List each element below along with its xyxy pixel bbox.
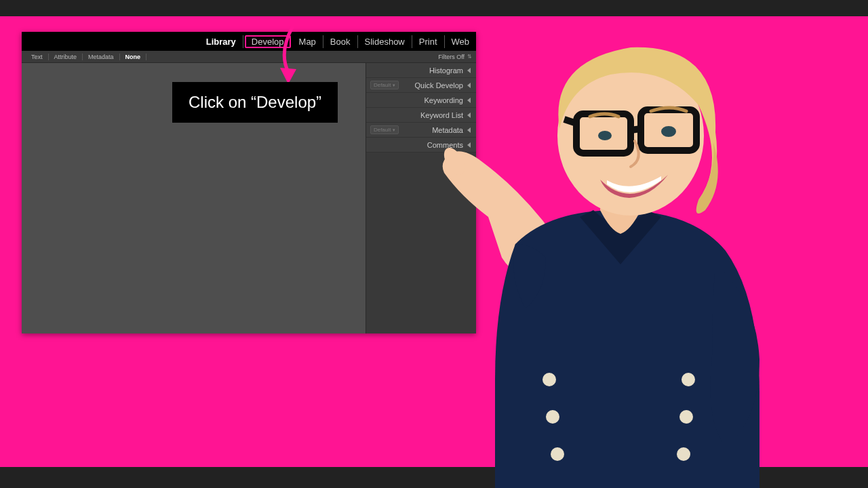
- panel-label: Quick Develop: [414, 81, 463, 89]
- updown-icon: ⇅: [467, 54, 472, 60]
- module-book[interactable]: Book: [323, 35, 358, 48]
- filters-off-label: Filters Off: [438, 54, 465, 60]
- library-filter-bar: Text Attribute Metadata None Filters Off…: [22, 51, 476, 63]
- panel-keyword-list[interactable]: Keyword List: [366, 108, 476, 123]
- filter-text-tab[interactable]: Text: [26, 54, 49, 60]
- panel-histogram[interactable]: Histogram: [366, 63, 476, 78]
- module-print[interactable]: Print: [412, 35, 445, 48]
- right-panel-group: Histogram Default▾ Quick Develop Keyword…: [366, 63, 476, 333]
- panel-label: Keyword List: [420, 111, 463, 119]
- panel-keywording[interactable]: Keywording: [366, 93, 476, 108]
- module-map[interactable]: Map: [292, 35, 323, 48]
- filter-attribute-tab[interactable]: Attribute: [49, 54, 83, 60]
- collapse-caret-icon: [467, 142, 471, 148]
- panel-comments[interactable]: Comments: [366, 138, 476, 152]
- panel-metadata[interactable]: Default▾ Metadata: [366, 123, 476, 138]
- panel-label: Metadata: [432, 126, 463, 134]
- collapse-caret-icon: [467, 113, 471, 118]
- module-picker-bar: Library Develop Map Book Slideshow Print…: [22, 32, 476, 51]
- saved-preset-dropdown[interactable]: Default▾: [370, 81, 399, 89]
- panel-quick-develop[interactable]: Default▾ Quick Develop: [366, 78, 476, 93]
- panel-label: Histogram: [429, 66, 463, 75]
- instruction-callout: Click on “Develop”: [172, 82, 338, 123]
- filters-off-toggle[interactable]: Filters Off ⇅: [438, 54, 472, 60]
- module-develop[interactable]: Develop: [245, 35, 291, 48]
- panel-label: Comments: [427, 141, 463, 149]
- module-web[interactable]: Web: [445, 35, 473, 48]
- filter-none-tab[interactable]: None: [120, 54, 147, 60]
- lightroom-window: Library Develop Map Book Slideshow Print…: [22, 32, 476, 333]
- module-slideshow[interactable]: Slideshow: [358, 35, 412, 48]
- collapse-caret-icon: [467, 127, 471, 133]
- metadata-set-dropdown[interactable]: Default▾: [370, 125, 399, 134]
- chevron-down-icon: ▾: [393, 83, 395, 88]
- module-library[interactable]: Library: [199, 35, 243, 48]
- collapse-caret-icon: [467, 83, 471, 88]
- panel-label: Keywording: [425, 96, 463, 104]
- panel-empty-area: [366, 152, 476, 333]
- collapse-caret-icon: [467, 68, 471, 73]
- collapse-caret-icon: [467, 98, 471, 103]
- chevron-down-icon: ▾: [393, 127, 395, 133]
- filter-metadata-tab[interactable]: Metadata: [83, 54, 120, 60]
